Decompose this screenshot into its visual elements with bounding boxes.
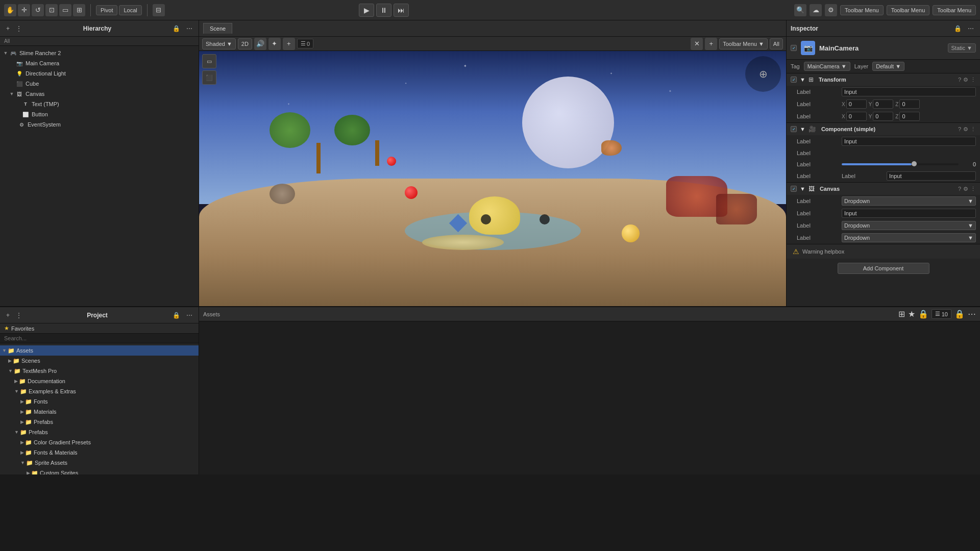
transform-header[interactable]: ✓ ▼ ⊞ Transform ? ⚙ ⋮ — [787, 73, 980, 86]
component-simple-header[interactable]: ✓ ▼ 🎥 Component (simple) ? ⚙ ⋮ — [787, 123, 980, 135]
transform-settings-btn[interactable]: ⚙ — [963, 77, 968, 83]
rz-input[interactable] — [899, 112, 920, 121]
comp-prop4-input[interactable] — [887, 171, 976, 181]
lock-assets-icon[interactable]: 🔒 — [918, 309, 928, 319]
rx-input[interactable] — [846, 112, 867, 121]
tree-eventsystem[interactable]: ⚙ EventSystem — [0, 119, 199, 130]
hierarchy-dots-btn[interactable]: ⋯ — [184, 24, 194, 33]
ptree-textmesh[interactable]: ▼ 📁 TextMesh Pro — [0, 366, 199, 376]
rect-tool[interactable]: ▭ — [59, 4, 71, 16]
comp-menu-btn[interactable]: ⋮ — [970, 126, 976, 133]
toolbar-menu-scene[interactable]: Toolbar Menu ▼ — [719, 38, 768, 49]
step-button[interactable]: ⏭ — [394, 4, 409, 17]
canvas-prop2-input[interactable] — [842, 209, 976, 218]
ptree-scenes[interactable]: ▶ 📁 Scenes — [0, 356, 199, 366]
ptree-examples[interactable]: ▼ 📁 Examples & Extras — [0, 386, 199, 396]
rotate-tool[interactable]: ↺ — [32, 4, 44, 16]
hand-tool[interactable]: ✋ — [4, 4, 16, 16]
project-search-input[interactable] — [4, 335, 194, 341]
shading-dropdown[interactable]: Shaded ▼ — [202, 38, 236, 49]
assets-lock2[interactable]: 🔒 — [954, 309, 965, 319]
local-button[interactable]: Local — [119, 5, 141, 15]
collab-icon[interactable]: ☁ — [810, 4, 822, 16]
project-lock-btn[interactable]: 🔒 — [170, 311, 182, 320]
pos-input[interactable] — [842, 87, 976, 96]
canvas-menu-btn[interactable]: ⋮ — [970, 186, 976, 192]
transform-checkbox[interactable]: ✓ — [791, 77, 797, 83]
favorite-assets-icon[interactable]: ★ — [908, 309, 915, 319]
settings-icon[interactable]: ⚙ — [825, 4, 837, 16]
ptree-prefabs-examples[interactable]: ▶ 📁 Prefabs — [0, 417, 199, 427]
extra-tool[interactable]: ⊟ — [153, 4, 165, 16]
ptree-color-gradient[interactable]: ▶ 📁 Color Gradient Presets — [0, 437, 199, 447]
ptree-fonts-examples[interactable]: ▶ 📁 Fonts — [0, 396, 199, 407]
comp-prop1-input[interactable] — [842, 137, 976, 146]
tree-canvas[interactable]: ▼ 🖼 Canvas — [0, 89, 199, 99]
layer-value[interactable]: Default ▼ — [872, 62, 904, 71]
add-component-btn[interactable]: Add Component — [838, 263, 929, 274]
ptree-assets[interactable]: ▼ 📁 Assets — [0, 345, 199, 356]
obj-active-checkbox[interactable]: ✓ — [791, 45, 797, 51]
all-dropdown[interactable]: All — [770, 38, 783, 49]
tree-button[interactable]: ⬜ Button — [0, 109, 199, 119]
ptree-materials[interactable]: ▶ 📁 Materials — [0, 407, 199, 417]
comp-settings-btn[interactable]: ⚙ — [963, 126, 968, 133]
canvas-checkbox[interactable]: ✓ — [791, 186, 797, 192]
hierarchy-add-btn[interactable]: + — [4, 24, 12, 33]
tree-root[interactable]: ▼ 🎮 Slime Rancher 2 — [0, 48, 199, 58]
scene-tool-2[interactable]: ⬛ — [202, 70, 216, 85]
ptree-fonts-materials[interactable]: ▶ 📁 Fonts & Materials — [0, 447, 199, 458]
move-tool[interactable]: ✛ — [18, 4, 30, 16]
toolbar-menu-3[interactable]: Toolbar Menu — [933, 5, 976, 15]
transform-tool[interactable]: ⊞ — [73, 4, 85, 16]
scene-close-icon[interactable]: ✕ — [691, 38, 703, 50]
pause-button[interactable]: ⏸ — [376, 4, 391, 17]
canvas-dropdown1[interactable]: Dropdown ▼ — [842, 196, 976, 206]
canvas-dropdown3[interactable]: Dropdown ▼ — [842, 233, 976, 242]
project-add-btn[interactable]: + — [4, 311, 12, 320]
transform-menu-btn[interactable]: ⋮ — [970, 77, 976, 83]
x-input[interactable] — [846, 99, 867, 109]
canvas-help-btn[interactable]: ? — [958, 186, 961, 192]
scene-gizmo[interactable]: ⊕ — [745, 56, 781, 92]
toolbar-menu-2[interactable]: Toolbar Menu — [887, 5, 930, 15]
gizmo-icon[interactable]: + — [283, 38, 295, 50]
tree-text-tmp[interactable]: T Text (TMP) — [0, 99, 199, 109]
canvas-header[interactable]: ✓ ▼ 🖼 Canvas ? ⚙ ⋮ — [787, 183, 980, 195]
scale-tool[interactable]: ⊡ — [45, 4, 58, 16]
comp-simple-checkbox[interactable]: ✓ — [791, 126, 797, 132]
scene-tab[interactable]: Scene — [203, 23, 232, 34]
assets-menu[interactable]: ⋯ — [968, 309, 976, 319]
search-icon[interactable]: 🔍 — [794, 4, 806, 16]
inspector-lock-btn[interactable]: 🔒 — [952, 24, 964, 33]
view-grid-icon[interactable]: ⊞ — [898, 309, 905, 319]
ry-input[interactable] — [873, 112, 893, 121]
canvas-settings-btn[interactable]: ⚙ — [963, 186, 968, 192]
pivot-button[interactable]: Pivot — [96, 5, 117, 15]
comp-slider[interactable]: 0 — [842, 161, 976, 167]
ptree-docs[interactable]: ▶ 📁 Documentation — [0, 376, 199, 386]
y-input[interactable] — [873, 99, 893, 109]
canvas-dropdown2[interactable]: Dropdown ▼ — [842, 221, 976, 230]
tree-cube[interactable]: ⬛ Cube — [0, 79, 199, 89]
scene-view[interactable]: ⊕ ▭ ⬛ ✦ ✦ ✦ ✦ ✦ — [199, 51, 786, 306]
2d-toggle[interactable]: 2D — [238, 38, 252, 49]
toolbar-menu-1[interactable]: Toolbar Menu — [840, 5, 884, 15]
static-badge[interactable]: Static ▼ — [948, 43, 976, 53]
ptree-prefabs-main[interactable]: ▼ 📁 Prefabs — [0, 427, 199, 437]
ptree-custom-sprites[interactable]: ▶ 📁 Custom Sprites — [0, 468, 199, 474]
transform-help-btn[interactable]: ? — [958, 77, 961, 83]
hierarchy-lock-btn[interactable]: 🔒 — [170, 24, 182, 33]
tree-directional-light[interactable]: 💡 Directional Light — [0, 68, 199, 79]
inspector-dots-btn[interactable]: ⋯ — [966, 24, 976, 33]
fx-icon[interactable]: ✦ — [268, 38, 281, 50]
project-menu-btn[interactable]: ⋮ — [14, 311, 24, 320]
project-dots-btn[interactable]: ⋯ — [184, 311, 194, 320]
tree-main-camera[interactable]: 📷 Main Camera — [0, 58, 199, 68]
z-input[interactable] — [899, 99, 920, 109]
tag-value[interactable]: MainCamera ▼ — [804, 62, 850, 71]
scene-lock-icon[interactable]: + — [705, 38, 717, 50]
audio-icon[interactable]: 🔊 — [254, 38, 266, 50]
hierarchy-menu-btn[interactable]: ⋮ — [14, 24, 24, 33]
ptree-sprite-assets[interactable]: ▼ 📁 Sprite Assets — [0, 458, 199, 468]
